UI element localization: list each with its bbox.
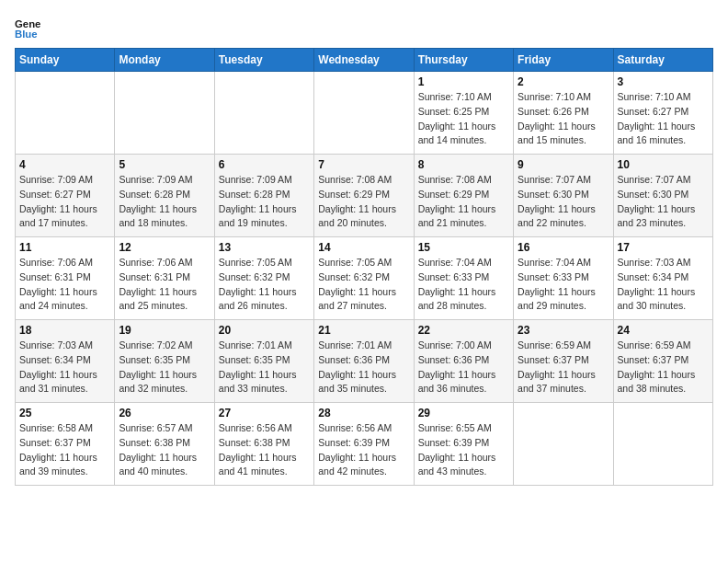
calendar-cell: 7Sunrise: 7:08 AMSunset: 6:29 PMDaylight… [314, 155, 414, 237]
day-info: Sunrise: 6:59 AMSunset: 6:37 PMDaylight:… [518, 339, 609, 396]
day-info: Sunrise: 7:03 AMSunset: 6:34 PMDaylight:… [19, 339, 110, 396]
logo: General Blue [15, 15, 44, 40]
day-number: 28 [318, 407, 409, 419]
calendar-cell: 8Sunrise: 7:08 AMSunset: 6:29 PMDaylight… [414, 155, 513, 237]
calendar-cell: 28Sunrise: 6:56 AMSunset: 6:39 PMDayligh… [314, 403, 414, 486]
day-number: 14 [318, 241, 409, 254]
calendar-cell [214, 72, 313, 155]
day-number: 26 [119, 407, 210, 419]
day-number: 2 [518, 75, 609, 88]
day-info: Sunrise: 7:00 AMSunset: 6:36 PMDaylight:… [418, 339, 509, 396]
day-info: Sunrise: 7:09 AMSunset: 6:28 PMDaylight:… [119, 173, 210, 231]
day-header-tuesday: Tuesday [214, 49, 313, 72]
calendar-cell: 16Sunrise: 7:04 AMSunset: 6:33 PMDayligh… [514, 237, 613, 320]
day-header-saturday: Saturday [613, 49, 712, 72]
day-number: 7 [318, 158, 409, 171]
svg-text:Blue: Blue [15, 29, 38, 40]
day-number: 23 [518, 324, 609, 337]
day-info: Sunrise: 7:10 AMSunset: 6:25 PMDaylight:… [418, 90, 509, 148]
logo-icon: General Blue [15, 15, 40, 40]
day-info: Sunrise: 7:02 AMSunset: 6:35 PMDaylight:… [119, 339, 210, 396]
calendar-cell: 27Sunrise: 6:56 AMSunset: 6:38 PMDayligh… [214, 403, 313, 486]
calendar-cell: 18Sunrise: 7:03 AMSunset: 6:34 PMDayligh… [16, 320, 115, 403]
day-number: 16 [518, 241, 609, 254]
day-info: Sunrise: 7:10 AMSunset: 6:26 PMDaylight:… [518, 90, 609, 148]
day-number: 21 [318, 324, 409, 337]
day-info: Sunrise: 7:09 AMSunset: 6:27 PMDaylight:… [19, 173, 110, 231]
calendar-cell: 13Sunrise: 7:05 AMSunset: 6:32 PMDayligh… [214, 237, 313, 320]
day-number: 19 [119, 324, 210, 337]
day-number: 11 [19, 241, 110, 254]
calendar-cell [514, 403, 613, 486]
day-info: Sunrise: 7:04 AMSunset: 6:33 PMDaylight:… [518, 256, 609, 314]
page-header: General Blue [15, 15, 713, 40]
calendar-cell: 4Sunrise: 7:09 AMSunset: 6:27 PMDaylight… [16, 155, 115, 237]
calendar-cell: 3Sunrise: 7:10 AMSunset: 6:27 PMDaylight… [613, 72, 712, 155]
day-info: Sunrise: 7:07 AMSunset: 6:30 PMDaylight:… [618, 173, 709, 231]
day-info: Sunrise: 7:01 AMSunset: 6:36 PMDaylight:… [318, 339, 409, 396]
day-number: 17 [618, 241, 709, 254]
day-info: Sunrise: 6:58 AMSunset: 6:37 PMDaylight:… [19, 421, 110, 479]
day-info: Sunrise: 6:56 AMSunset: 6:38 PMDaylight:… [219, 421, 310, 479]
day-info: Sunrise: 7:08 AMSunset: 6:29 PMDaylight:… [318, 173, 409, 231]
calendar-cell: 19Sunrise: 7:02 AMSunset: 6:35 PMDayligh… [115, 320, 214, 403]
calendar-cell: 24Sunrise: 6:59 AMSunset: 6:37 PMDayligh… [613, 320, 712, 403]
day-number: 13 [219, 241, 310, 254]
day-info: Sunrise: 6:59 AMSunset: 6:37 PMDaylight:… [618, 339, 709, 396]
day-number: 29 [418, 407, 509, 419]
day-info: Sunrise: 7:01 AMSunset: 6:35 PMDaylight:… [219, 339, 310, 396]
calendar-cell: 12Sunrise: 7:06 AMSunset: 6:31 PMDayligh… [115, 237, 214, 320]
day-info: Sunrise: 7:07 AMSunset: 6:30 PMDaylight:… [518, 173, 609, 231]
day-header-thursday: Thursday [414, 49, 513, 72]
calendar-cell [16, 72, 115, 155]
day-number: 8 [418, 158, 509, 171]
day-info: Sunrise: 7:06 AMSunset: 6:31 PMDaylight:… [19, 256, 110, 314]
calendar-cell: 14Sunrise: 7:05 AMSunset: 6:32 PMDayligh… [314, 237, 414, 320]
calendar-cell: 29Sunrise: 6:55 AMSunset: 6:39 PMDayligh… [414, 403, 513, 486]
calendar-cell: 25Sunrise: 6:58 AMSunset: 6:37 PMDayligh… [16, 403, 115, 486]
day-number: 27 [219, 407, 310, 419]
day-number: 4 [19, 158, 110, 171]
day-number: 5 [119, 158, 210, 171]
day-number: 15 [418, 241, 509, 254]
calendar-cell [613, 403, 712, 486]
day-info: Sunrise: 7:09 AMSunset: 6:28 PMDaylight:… [219, 173, 310, 231]
calendar-cell: 15Sunrise: 7:04 AMSunset: 6:33 PMDayligh… [414, 237, 513, 320]
day-header-friday: Friday [514, 49, 613, 72]
calendar-cell: 26Sunrise: 6:57 AMSunset: 6:38 PMDayligh… [115, 403, 214, 486]
day-number: 10 [618, 158, 709, 171]
calendar-cell [314, 72, 414, 155]
day-number: 25 [19, 407, 110, 419]
calendar-cell [115, 72, 214, 155]
calendar-table: SundayMondayTuesdayWednesdayThursdayFrid… [15, 48, 713, 486]
day-info: Sunrise: 7:10 AMSunset: 6:27 PMDaylight:… [618, 90, 709, 148]
day-number: 20 [219, 324, 310, 337]
day-info: Sunrise: 7:08 AMSunset: 6:29 PMDaylight:… [418, 173, 509, 231]
calendar-cell: 22Sunrise: 7:00 AMSunset: 6:36 PMDayligh… [414, 320, 513, 403]
calendar-cell: 11Sunrise: 7:06 AMSunset: 6:31 PMDayligh… [16, 237, 115, 320]
calendar-cell: 10Sunrise: 7:07 AMSunset: 6:30 PMDayligh… [613, 155, 712, 237]
calendar-cell: 21Sunrise: 7:01 AMSunset: 6:36 PMDayligh… [314, 320, 414, 403]
day-info: Sunrise: 6:57 AMSunset: 6:38 PMDaylight:… [119, 421, 210, 479]
calendar-cell: 5Sunrise: 7:09 AMSunset: 6:28 PMDaylight… [115, 155, 214, 237]
day-info: Sunrise: 6:56 AMSunset: 6:39 PMDaylight:… [318, 421, 409, 479]
calendar-cell: 23Sunrise: 6:59 AMSunset: 6:37 PMDayligh… [514, 320, 613, 403]
day-number: 18 [19, 324, 110, 337]
day-info: Sunrise: 7:03 AMSunset: 6:34 PMDaylight:… [618, 256, 709, 314]
day-header-wednesday: Wednesday [314, 49, 414, 72]
calendar-cell: 9Sunrise: 7:07 AMSunset: 6:30 PMDaylight… [514, 155, 613, 237]
calendar-cell: 20Sunrise: 7:01 AMSunset: 6:35 PMDayligh… [214, 320, 313, 403]
day-number: 9 [518, 158, 609, 171]
day-number: 22 [418, 324, 509, 337]
calendar-cell: 6Sunrise: 7:09 AMSunset: 6:28 PMDaylight… [214, 155, 313, 237]
calendar-cell: 1Sunrise: 7:10 AMSunset: 6:25 PMDaylight… [414, 72, 513, 155]
day-number: 1 [418, 75, 509, 88]
day-number: 24 [618, 324, 709, 337]
day-info: Sunrise: 7:06 AMSunset: 6:31 PMDaylight:… [119, 256, 210, 314]
day-info: Sunrise: 7:04 AMSunset: 6:33 PMDaylight:… [418, 256, 509, 314]
day-info: Sunrise: 6:55 AMSunset: 6:39 PMDaylight:… [418, 421, 509, 479]
day-info: Sunrise: 7:05 AMSunset: 6:32 PMDaylight:… [318, 256, 409, 314]
calendar-cell: 17Sunrise: 7:03 AMSunset: 6:34 PMDayligh… [613, 237, 712, 320]
calendar-cell: 2Sunrise: 7:10 AMSunset: 6:26 PMDaylight… [514, 72, 613, 155]
day-header-monday: Monday [115, 49, 214, 72]
